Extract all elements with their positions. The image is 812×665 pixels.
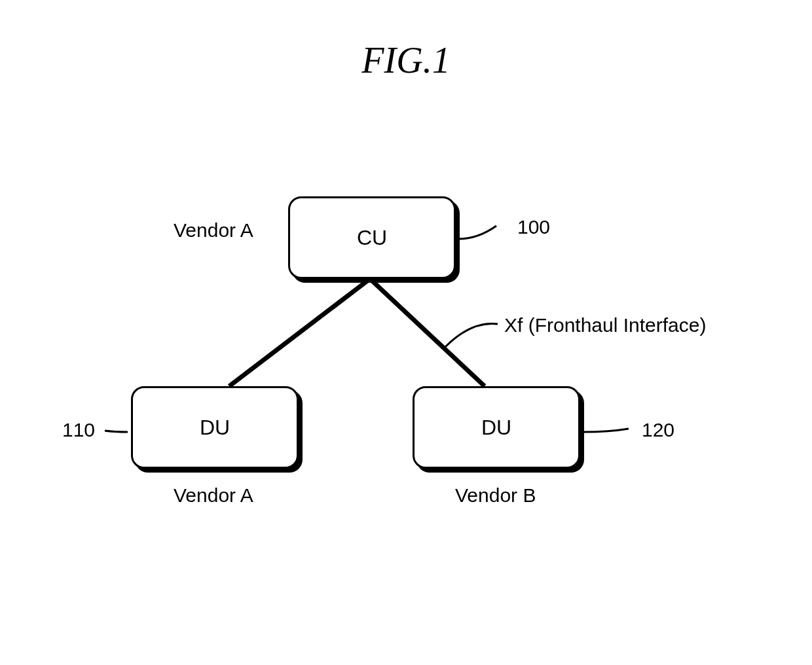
cu-label: CU: [357, 226, 387, 250]
du2-vendor-label: Vendor B: [455, 484, 536, 507]
cu-vendor-label: Vendor A: [174, 219, 253, 242]
figure-title: FIG.1: [361, 39, 450, 81]
du2-label: DU: [481, 416, 511, 440]
cu-reference-number: 100: [517, 216, 550, 238]
du2-node: DU: [413, 386, 580, 469]
svg-line-0: [229, 279, 370, 386]
du1-label: DU: [200, 416, 230, 440]
du1-vendor-label: Vendor A: [174, 484, 253, 507]
interface-label: Xf (Fronthaul Interface): [504, 314, 706, 336]
cu-node: CU: [288, 196, 456, 279]
du1-node: DU: [131, 386, 299, 469]
diagram-container: FIG.1 CU DU DU Vendor A Vendor A Vendor …: [0, 0, 812, 665]
du2-reference-number: 120: [642, 419, 674, 441]
du1-reference-number: 110: [62, 419, 95, 441]
svg-line-1: [370, 279, 485, 386]
